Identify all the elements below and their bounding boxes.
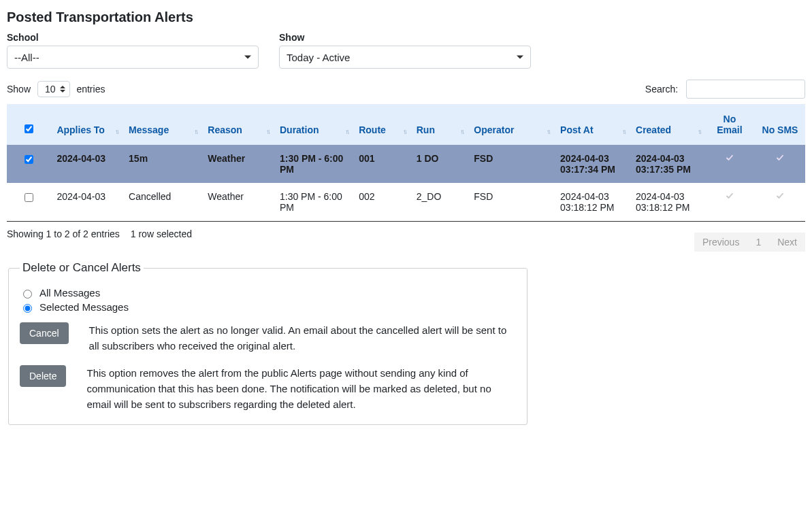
cancel-description: This option sets the alert as no longer … [89,322,516,354]
table-row[interactable]: 2024-04-03CancelledWeather1:30 PM - 6:00… [7,183,805,222]
col-run[interactable]: Run ↑↓ [410,104,468,145]
cell-reason: Weather [201,183,273,222]
col-duration[interactable]: Duration ↑↓ [273,104,352,145]
checkmark-icon [776,191,784,199]
col-message-label: Message [129,124,169,135]
cell-no-email [704,145,755,183]
sort-icon: ↑↓ [194,128,197,135]
col-post-at-label: Post At [560,124,593,135]
page-1-button[interactable]: 1 [747,233,769,252]
show-label: Show [279,32,531,43]
col-no-email: No Email [704,104,755,145]
cell-run: 1 DO [410,145,468,183]
page-length-select[interactable]: 10 [37,81,70,97]
cell-post-at: 2024-04-03 03:17:34 PM [553,145,629,183]
caret-down-icon [244,56,251,59]
cell-message: 15m [122,145,201,183]
col-no-sms: No SMS [755,104,805,145]
delete-description: This option removes the alert from the p… [86,365,516,413]
next-button[interactable]: Next [769,233,805,252]
col-reason[interactable]: Reason ↑↓ [201,104,273,145]
school-label: School [7,32,259,43]
cell-message: Cancelled [122,183,201,222]
cell-route: 002 [352,183,410,222]
entries-text: entries [76,84,105,95]
col-created[interactable]: Created ↑↓ [629,104,704,145]
delete-button[interactable]: Delete [20,365,66,387]
cell-no-sms [755,183,805,222]
delete-cancel-panel: Delete or Cancel Alerts All Messages Sel… [8,261,527,425]
sort-icon: ↑↓ [622,128,625,135]
select-all-checkbox[interactable] [25,124,33,133]
entries-info: Showing 1 to 2 of 2 entries [7,228,120,239]
cell-route: 001 [352,145,410,183]
page-length-value: 10 [45,84,56,95]
col-no-sms-label: No SMS [762,124,798,135]
cell-duration: 1:30 PM - 6:00 PM [273,183,352,222]
cell-duration: 1:30 PM - 6:00 PM [273,145,352,183]
filters-row: School --All-- Show Today - Active [7,32,805,69]
col-route[interactable]: Route ↑↓ [352,104,410,145]
school-select-value: --All-- [14,52,39,63]
col-applies-to[interactable]: Applies To ↑↓ [50,104,122,145]
sort-icon: ↑↓ [115,128,118,135]
previous-button[interactable]: Previous [694,233,747,252]
sort-icon: ↑↓ [460,128,463,135]
cancel-button[interactable]: Cancel [20,322,69,344]
filter-school: School --All-- [7,32,259,69]
sort-caret-icon [60,86,65,92]
cell-run: 2_DO [410,183,468,222]
caret-down-icon [517,56,523,59]
cell-no-sms [755,145,805,183]
show-select-value: Today - Active [287,52,350,63]
col-no-email-label: No Email [717,114,742,135]
table-footer: Showing 1 to 2 of 2 entries 1 row select… [7,228,805,252]
checkmark-icon [726,153,734,161]
col-operator-label: Operator [474,124,514,135]
cell-no-email [704,183,755,222]
col-duration-label: Duration [280,124,319,135]
cell-applies-to: 2024-04-03 [50,145,122,183]
school-select[interactable]: --All-- [7,46,259,69]
pagination: Previous 1 Next [694,233,805,252]
col-created-label: Created [636,124,671,135]
row-select-checkbox[interactable] [25,155,33,164]
checkmark-icon [726,191,734,199]
col-operator[interactable]: Operator ↑↓ [467,104,553,145]
delete-cancel-legend: Delete or Cancel Alerts [20,261,144,275]
search-control: Search: [645,80,805,99]
radio-all-label: All Messages [39,287,100,299]
table-controls: Show 10 entries Search: [7,80,805,99]
col-post-at[interactable]: Post At ↑↓ [553,104,629,145]
page-title: Posted Transportation Alerts [7,10,805,25]
col-select-all [7,104,50,145]
table-row[interactable]: 2024-04-0315mWeather1:30 PM - 6:00 PM001… [7,145,805,183]
show-select[interactable]: Today - Active [279,46,531,69]
sort-icon: ↑↓ [345,128,348,135]
sort-icon: ↑↓ [266,128,269,135]
filter-show: Show Today - Active [279,32,531,69]
col-route-label: Route [359,124,386,135]
sort-icon: ↑↓ [698,128,700,135]
cell-reason: Weather [201,145,273,183]
col-applies-to-label: Applies To [56,124,105,135]
search-label: Search: [645,84,678,95]
search-input[interactable] [686,80,805,99]
cell-created: 2024-04-03 03:17:35 PM [629,145,704,183]
selection-info: 1 row selected [131,228,192,239]
radio-all-messages[interactable] [23,290,32,299]
cell-operator: FSD [467,145,553,183]
cell-created: 2024-04-03 03:18:12 PM [629,183,704,222]
alerts-table: Applies To ↑↓ Message ↑↓ Reason ↑↓ Durat… [7,104,805,222]
sort-icon: ↑↓ [403,128,406,135]
radio-selected-messages[interactable] [23,304,32,313]
row-select-checkbox[interactable] [25,193,33,202]
col-message[interactable]: Message ↑↓ [122,104,201,145]
cell-operator: FSD [467,183,553,222]
checkmark-icon [776,153,784,161]
col-reason-label: Reason [208,124,242,135]
radio-selected-label: Selected Messages [39,301,129,313]
sort-icon: ↑↓ [547,128,549,135]
page-length-control: Show 10 entries [7,81,105,97]
show-text: Show [7,84,31,95]
